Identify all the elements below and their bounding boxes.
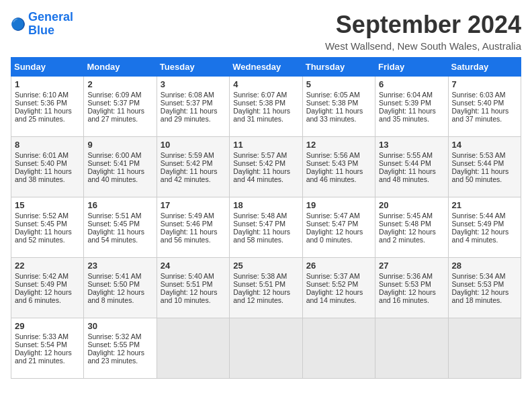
calendar-day: 4Sunrise: 6:07 AMSunset: 5:38 PMDaylight… — [230, 77, 302, 137]
calendar-day: 20Sunrise: 5:45 AMSunset: 5:48 PMDayligh… — [375, 197, 448, 258]
calendar-day — [157, 318, 229, 379]
col-thursday: Thursday — [302, 58, 375, 77]
calendar-day: 22Sunrise: 5:42 AMSunset: 5:49 PMDayligh… — [11, 258, 84, 318]
week-row: 1Sunrise: 6:10 AMSunset: 5:36 PMDaylight… — [11, 77, 521, 137]
week-row: 8Sunrise: 6:01 AMSunset: 5:40 PMDaylight… — [11, 137, 521, 197]
calendar-day — [230, 318, 302, 379]
calendar-day: 10Sunrise: 5:59 AMSunset: 5:42 PMDayligh… — [157, 137, 229, 197]
calendar-day: 14Sunrise: 5:53 AMSunset: 5:44 PMDayligh… — [448, 137, 521, 197]
col-saturday: Saturday — [448, 58, 521, 77]
calendar-day: 3Sunrise: 6:08 AMSunset: 5:37 PMDaylight… — [157, 77, 229, 137]
logo-icon: 🔵 — [11, 16, 27, 32]
calendar-day — [375, 318, 448, 379]
calendar-day: 17Sunrise: 5:49 AMSunset: 5:46 PMDayligh… — [157, 197, 229, 258]
week-row: 15Sunrise: 5:52 AMSunset: 5:45 PMDayligh… — [11, 197, 521, 258]
location-title: West Wallsend, New South Wales, Australi… — [325, 40, 521, 52]
calendar-day: 18Sunrise: 5:48 AMSunset: 5:47 PMDayligh… — [230, 197, 302, 258]
col-tuesday: Tuesday — [157, 58, 229, 77]
calendar-day: 8Sunrise: 6:01 AMSunset: 5:40 PMDaylight… — [11, 137, 84, 197]
calendar-day: 27Sunrise: 5:36 AMSunset: 5:53 PMDayligh… — [375, 258, 448, 318]
calendar-day: 2Sunrise: 6:09 AMSunset: 5:37 PMDaylight… — [84, 77, 157, 137]
col-monday: Monday — [84, 58, 157, 77]
calendar-day: 1Sunrise: 6:10 AMSunset: 5:36 PMDaylight… — [11, 77, 84, 137]
calendar-day: 29Sunrise: 5:33 AMSunset: 5:54 PMDayligh… — [11, 318, 84, 379]
header-row: Sunday Monday Tuesday Wednesday Thursday… — [11, 58, 521, 77]
calendar-day: 21Sunrise: 5:44 AMSunset: 5:49 PMDayligh… — [448, 197, 521, 258]
week-row: 29Sunrise: 5:33 AMSunset: 5:54 PMDayligh… — [11, 318, 521, 379]
logo-text: General Blue — [28, 11, 73, 38]
calendar-table: Sunday Monday Tuesday Wednesday Thursday… — [11, 57, 521, 379]
calendar-day: 26Sunrise: 5:37 AMSunset: 5:52 PMDayligh… — [302, 258, 375, 318]
calendar-day: 13Sunrise: 5:55 AMSunset: 5:44 PMDayligh… — [375, 137, 448, 197]
calendar-day: 25Sunrise: 5:38 AMSunset: 5:51 PMDayligh… — [230, 258, 302, 318]
logo: 🔵 General Blue — [11, 11, 73, 38]
calendar-body: 1Sunrise: 6:10 AMSunset: 5:36 PMDaylight… — [11, 77, 521, 379]
col-friday: Friday — [375, 58, 448, 77]
header: 🔵 General Blue September 2024 West Walls… — [11, 11, 521, 52]
calendar-day: 19Sunrise: 5:47 AMSunset: 5:47 PMDayligh… — [302, 197, 375, 258]
calendar-day — [302, 318, 375, 379]
calendar-day: 12Sunrise: 5:56 AMSunset: 5:43 PMDayligh… — [302, 137, 375, 197]
calendar-day: 30Sunrise: 5:32 AMSunset: 5:55 PMDayligh… — [84, 318, 157, 379]
calendar-day: 15Sunrise: 5:52 AMSunset: 5:45 PMDayligh… — [11, 197, 84, 258]
calendar-day: 7Sunrise: 6:03 AMSunset: 5:40 PMDaylight… — [448, 77, 521, 137]
calendar-day: 9Sunrise: 6:00 AMSunset: 5:41 PMDaylight… — [84, 137, 157, 197]
calendar-day: 11Sunrise: 5:57 AMSunset: 5:42 PMDayligh… — [230, 137, 302, 197]
calendar-day: 24Sunrise: 5:40 AMSunset: 5:51 PMDayligh… — [157, 258, 229, 318]
col-sunday: Sunday — [11, 58, 84, 77]
calendar-day: 28Sunrise: 5:34 AMSunset: 5:53 PMDayligh… — [448, 258, 521, 318]
calendar-day: 6Sunrise: 6:04 AMSunset: 5:39 PMDaylight… — [375, 77, 448, 137]
title-area: September 2024 West Wallsend, New South … — [325, 11, 521, 52]
svg-text:🔵: 🔵 — [11, 16, 26, 31]
calendar-day: 16Sunrise: 5:51 AMSunset: 5:45 PMDayligh… — [84, 197, 157, 258]
month-title: September 2024 — [325, 11, 521, 39]
col-wednesday: Wednesday — [230, 58, 302, 77]
calendar-day: 23Sunrise: 5:41 AMSunset: 5:50 PMDayligh… — [84, 258, 157, 318]
calendar-day: 5Sunrise: 6:05 AMSunset: 5:38 PMDaylight… — [302, 77, 375, 137]
week-row: 22Sunrise: 5:42 AMSunset: 5:49 PMDayligh… — [11, 258, 521, 318]
calendar-day — [448, 318, 521, 379]
